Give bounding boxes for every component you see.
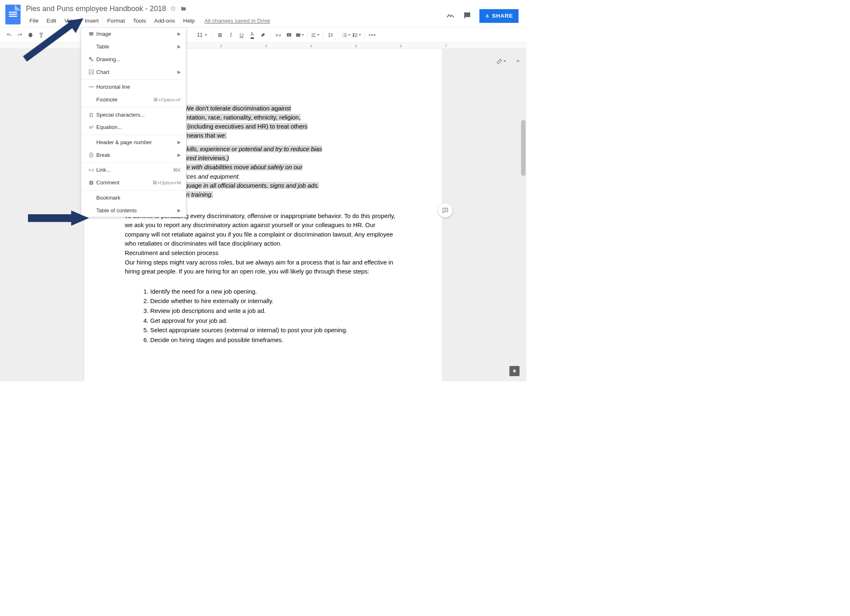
svg-rect-0 [487,15,488,16]
dd-bookmark[interactable]: Bookmark [81,191,186,204]
add-comment-button[interactable] [284,30,294,40]
more-button[interactable]: ••• [368,30,378,40]
dd-header[interactable]: Header & page number▶ [81,136,186,149]
insert-image-button[interactable] [295,30,305,40]
ruler-mark: 6 [400,44,402,48]
dd-table[interactable]: Table▶ [81,40,186,53]
italic-button[interactable]: I [226,30,236,40]
dd-link[interactable]: Link...⌘K [81,164,186,177]
line-spacing-button[interactable] [326,30,336,40]
svg-point-7 [353,34,354,35]
dd-hline[interactable]: Horizontal line [81,80,186,93]
link-icon [86,167,96,173]
document-title[interactable]: Pies and Puns employee Handbook - 2018 [26,5,166,13]
hline-icon [86,86,96,87]
move-folder-icon[interactable] [180,6,187,12]
svg-point-6 [353,33,354,34]
list-item: Select appropriate sources (external or … [150,325,402,335]
vertical-scrollbar[interactable] [520,49,526,382]
drawing-icon [86,56,96,62]
annotation-arrow-insert [22,18,83,62]
bold-button[interactable]: B [215,30,225,40]
svg-text:3: 3 [342,35,344,37]
image-icon [86,31,96,37]
align-button[interactable] [310,30,320,40]
subheading: Recruitment and selection process [125,248,401,257]
ruler-mark: 4 [310,44,312,48]
list-item: Review job descriptions and write a job … [150,306,402,316]
dd-toc[interactable]: Table of contents▶ [81,204,186,217]
svg-rect-13 [88,86,94,87]
explore-icon[interactable] [446,11,455,21]
annotation-arrow-bookmark [25,209,89,227]
bulleted-list-button[interactable] [352,30,362,40]
menu-bar: File Edit View Insert Format Tools Add-o… [26,16,446,26]
list-item: Decide whether to hire externally or int… [150,297,402,306]
dd-comment[interactable]: Comment⌘+Option+M [81,177,186,189]
dd-footnote[interactable]: Footnote⌘+Option+F [81,93,186,106]
explore-button[interactable] [509,366,519,376]
insert-dropdown: Image▶ Table▶ Drawing... Chart▶ Horizont… [81,27,186,217]
menu-format[interactable]: Format [103,16,128,26]
dd-break[interactable]: Break▶ [81,149,186,161]
list-item: Decide on hiring stages and possible tim… [150,335,402,345]
svg-point-8 [353,36,354,37]
menu-help[interactable]: Help [179,16,198,26]
break-icon [86,152,96,158]
numbered-list-button[interactable]: 123 [341,30,351,40]
chart-icon [86,69,96,75]
collapse-toolbar-button[interactable] [513,56,523,66]
ruler-mark: 3 [265,44,267,48]
ruler-mark: 5 [355,44,357,48]
text-color-button[interactable]: A [247,30,257,40]
text: Our hiring steps might vary across roles… [125,259,393,275]
dd-chart[interactable]: Chart▶ [81,66,186,78]
editing-mode-button[interactable] [496,56,507,66]
comment-plus-icon [86,180,96,185]
menu-insert[interactable]: Insert [81,16,103,26]
insert-link-button[interactable] [273,30,284,40]
save-status[interactable]: All changes saved in Drive [204,18,270,24]
undo-button[interactable] [4,30,14,40]
ruler-mark: 2 [220,44,222,48]
star-icon[interactable] [170,6,176,12]
dd-drawing[interactable]: Drawing... [81,53,186,66]
dd-image[interactable]: Image▶ [81,28,186,40]
add-comment-floating-button[interactable] [438,203,453,218]
dd-equation[interactable]: π²Equation... [81,121,186,134]
comments-icon[interactable] [463,11,472,21]
list-item: Identify the need for a new job opening. [150,287,402,297]
menu-addons[interactable]: Add-ons [151,16,179,26]
list-item: Get approval for your job ad. [150,316,402,326]
omega-icon: Ω [86,112,96,117]
numbered-list: Identify the need for a new job opening.… [125,287,401,345]
svg-rect-11 [91,59,94,62]
highlight-button[interactable] [258,30,268,40]
pi-icon: π² [86,125,96,130]
underline-button[interactable]: U [237,30,247,40]
share-button[interactable]: SHARE [479,9,518,23]
menu-tools[interactable]: Tools [129,16,149,26]
ruler-mark: 7 [445,44,447,48]
font-size-select[interactable]: 11 [195,30,210,40]
dd-special[interactable]: ΩSpecial characters... [81,108,186,121]
